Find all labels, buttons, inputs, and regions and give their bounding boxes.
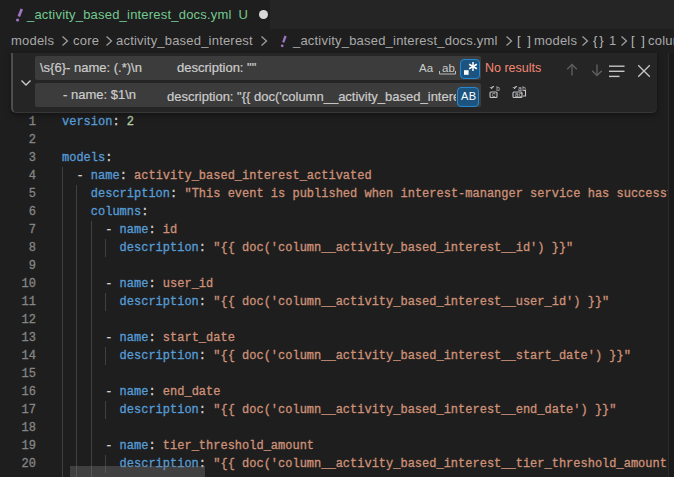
svg-text:b: b (496, 86, 500, 93)
svg-text:ac: ac (515, 92, 523, 99)
svg-text:c: c (492, 92, 496, 99)
